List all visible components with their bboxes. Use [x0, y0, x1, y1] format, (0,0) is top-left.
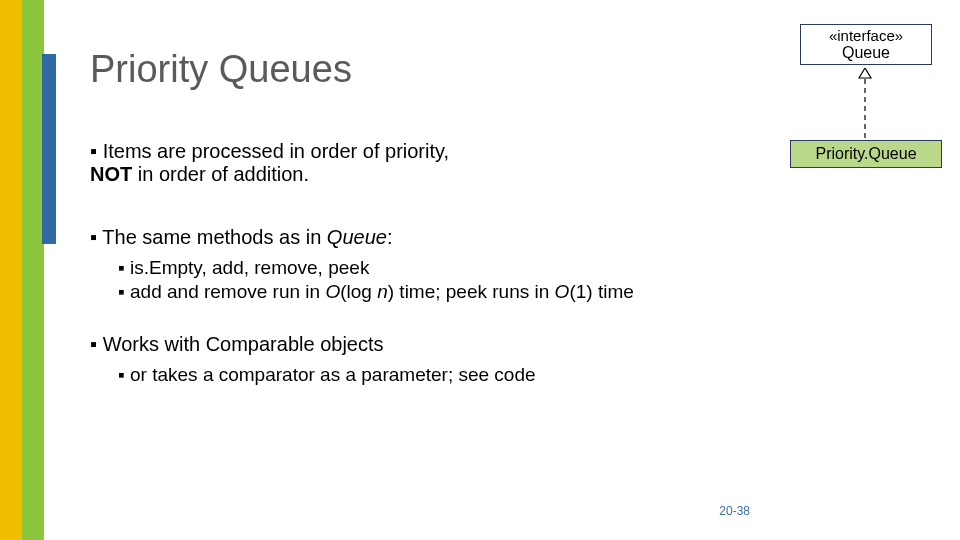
bullet-1-text-a: Items are processed in order of priority… — [103, 140, 449, 162]
slide-number: 20-38 — [719, 504, 750, 518]
uml-realization-arrow — [855, 68, 875, 140]
uml-queue-label: Queue — [801, 44, 931, 62]
sub-2-g: (1) time — [569, 281, 633, 302]
bullet-2: The same methods as in Queue: — [90, 226, 930, 249]
bullet-2-sub: is.Empty, add, remove, peek add and remo… — [118, 257, 930, 303]
sub-2-d: n — [377, 281, 388, 302]
sub-2-a: add and remove run in — [130, 281, 325, 302]
accent-stripe-yellow — [0, 0, 22, 540]
sub-2-b: O — [325, 281, 340, 302]
sub-bullet-1-text: is.Empty, add, remove, peek — [130, 257, 369, 278]
slide-body: Items are processed in order of priority… — [90, 140, 930, 388]
sub-bullet-3-text: or takes a comparator as a parameter; se… — [130, 364, 536, 385]
accent-stripe-green — [22, 0, 44, 540]
bullet-2-text-a: The same methods as in — [102, 226, 327, 248]
bullet-1: Items are processed in order of priority… — [90, 140, 930, 186]
bullet-1-text-c: in order of addition. — [132, 163, 309, 185]
bullet-3: Works with Comparable objects — [90, 333, 930, 356]
bullet-2-italic: Queue — [327, 226, 387, 248]
uml-stereotype: «interface» — [801, 27, 931, 44]
sub-bullet-1: is.Empty, add, remove, peek — [118, 257, 930, 279]
sub-bullet-2: add and remove run in O(log n) time; pee… — [118, 281, 930, 303]
bullet-2-text-c: : — [387, 226, 393, 248]
sub-2-f: O — [555, 281, 570, 302]
bullet-3-text: Works with Comparable objects — [103, 333, 384, 355]
sub-2-e: ) time; peek runs in — [388, 281, 555, 302]
uml-queue-box: «interface» Queue — [800, 24, 932, 65]
accent-stripe-blue — [42, 54, 56, 244]
slide-title: Priority Queues — [90, 48, 352, 91]
svg-marker-1 — [859, 68, 871, 78]
bullet-1-bold: NOT — [90, 163, 132, 185]
sub-bullet-3: or takes a comparator as a parameter; se… — [118, 364, 930, 386]
bullet-3-sub: or takes a comparator as a parameter; se… — [118, 364, 930, 386]
sub-2-c: (log — [340, 281, 377, 302]
